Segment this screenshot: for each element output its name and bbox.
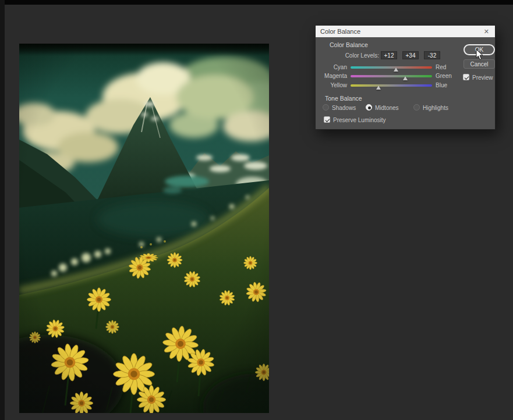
level-input-cyan-red[interactable] <box>381 51 397 59</box>
dialog-title: Color Balance <box>320 28 483 35</box>
color-balance-section-heading: Color Balance <box>330 41 368 48</box>
highlights-label: Highlights <box>423 105 448 111</box>
level-input-yellow-blue[interactable] <box>424 51 440 59</box>
yellow-blue-slider-thumb[interactable] <box>376 86 381 90</box>
magenta-label: Magenta <box>316 73 347 79</box>
midtones-label: Midtones <box>375 105 399 111</box>
preserve-luminosity-label: Preserve Luminosity <box>333 117 386 123</box>
preview-label: Preview <box>472 74 493 81</box>
cyan-red-slider-track[interactable] <box>351 66 432 69</box>
left-border <box>0 0 5 420</box>
level-input-magenta-green[interactable] <box>402 51 419 59</box>
preview-checkbox[interactable] <box>463 74 469 80</box>
shadows-radio[interactable] <box>323 104 329 111</box>
photo-vignette <box>19 44 269 413</box>
dialog-titlebar[interactable]: Color Balance ✕ <box>316 26 495 37</box>
color-levels-label: Color Levels: <box>321 52 379 59</box>
preserve-luminosity-checkbox[interactable] <box>324 116 330 123</box>
red-label: Red <box>436 64 446 70</box>
highlights-radio[interactable] <box>413 104 420 111</box>
shadows-label: Shadows <box>332 105 356 111</box>
landscape-photo <box>19 44 269 413</box>
midtones-radio[interactable] <box>366 104 372 111</box>
canvas-image <box>19 44 269 413</box>
close-icon[interactable]: ✕ <box>483 28 490 35</box>
color-balance-dialog: Color Balance ✕ Color Balance Color Leve… <box>315 25 496 130</box>
slider-row-yellow-blue: Yellow Blue <box>316 81 495 90</box>
magenta-green-slider-track[interactable] <box>351 75 432 77</box>
blue-label: Blue <box>436 82 447 88</box>
magenta-green-slider-thumb[interactable] <box>403 76 408 80</box>
cancel-button[interactable]: Cancel <box>464 59 495 69</box>
cyan-label: Cyan <box>316 64 347 70</box>
application-canvas: Color Balance ✕ Color Balance Color Leve… <box>0 0 513 420</box>
yellow-label: Yellow <box>316 82 347 88</box>
cyan-red-slider-thumb[interactable] <box>394 67 398 72</box>
yellow-blue-slider-track[interactable] <box>351 84 432 87</box>
tone-balance-section-heading: Tone Balance <box>325 95 362 102</box>
mouse-cursor <box>476 49 484 60</box>
top-border <box>0 0 513 5</box>
green-label: Green <box>436 73 452 79</box>
